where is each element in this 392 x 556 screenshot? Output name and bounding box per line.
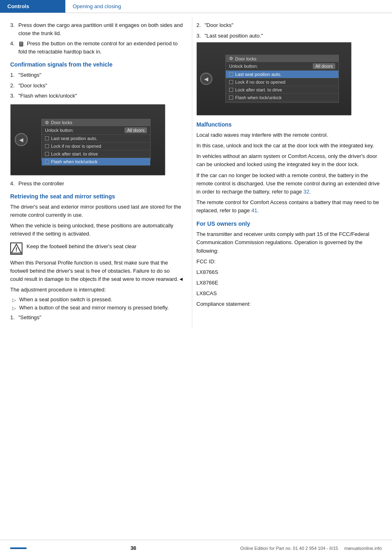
bullet-arrow-2: ▷ [12,305,16,311]
retrieving-para2: When the vehicle is being unlocked, thes… [10,222,184,238]
step-4-top-text: Press the button on the remote control f… [18,40,184,56]
controls-label: Controls [7,3,29,9]
header-controls-tab: Controls [0,0,65,13]
screen2-checkbox-0 [229,72,233,76]
nav-knob-2: ◀ [200,73,212,85]
right-step-3: 3. "Last seat position auto." [196,32,384,40]
step-4-bottom-num: 4. [10,180,18,188]
us-items-list: FCC ID: LX8766S LX8766E LX8CAS Complianc… [196,258,384,309]
warning-para: When this Personal Profile function is u… [10,259,184,283]
page-footer: 36 Online Edition for Part no. 01 40 2 9… [0,540,392,556]
footer-blue-bar [10,547,27,549]
screen2-ui: ⚙ Door locks Unlock button: All doors La… [225,55,339,103]
screen1-row-2: Lock after start. to drive [42,150,150,158]
confirm-step-1-text: "Settings" [18,71,41,79]
screen1-row-1: Lock if no door is opened [42,142,150,150]
retrieving-heading: Retrieving the seat and mirror settings [10,193,184,200]
step-4-bottom-text: Press the controller [18,180,64,188]
us-item-3: LX8CAS [196,289,384,298]
page-ref-32[interactable]: 32 [303,189,309,195]
final-step-1: 1. "Settings" [10,314,184,322]
confirm-step-3: 3. "Flash when lock/unlock" [10,92,184,100]
section-label: Opening and closing [73,3,121,9]
right-step-2-text: "Door locks" [205,21,234,29]
screen1-checkbox-0 [45,136,49,140]
footer-text: Online Edition for Part no. 01 40 2 954 … [240,546,382,551]
confirm-step-2-text: "Door locks" [18,82,47,90]
svg-point-3 [22,44,22,44]
bullet-text-1: When a seat position switch is pressed. [19,296,112,303]
screen1-row-0: Last seat position auto. [42,135,150,142]
car-screen-2: ⚙ Door locks Unlock button: All doors La… [196,42,352,116]
right-step-2-num: 2. [196,21,205,29]
bullet-2: ▷ When a button of the seat and mirror m… [10,305,184,311]
warning-triangle-icon: ! [11,243,22,254]
confirm-step-3-num: 3. [10,92,18,100]
right-step-2: 2. "Door locks" [196,21,384,29]
us-item-1: LX8766S [196,268,384,276]
for-us-heading: For US owners only [196,220,384,227]
screen2-row-0: Last seat position auto. [226,71,339,78]
right-step-3-text: "Last seat position auto." [205,32,263,40]
screen2-gear-sym: ⚙ [229,56,233,61]
bullet-text-2: When a button of the seat and mirror mem… [19,305,169,311]
mal-para4: If the car can no longer be locked with … [196,171,384,196]
screen1-checkbox-3 [45,160,49,164]
step-4-top-num: 4. [10,40,18,56]
main-content: 3. Press down the cargo area partition u… [0,13,392,328]
confirm-step-3-text: "Flash when lock/unlock" [18,92,77,100]
final-step-1-text: "Settings" [18,314,41,322]
svg-text:!: ! [16,246,18,253]
screen2-checkbox-1 [229,80,233,84]
final-step-1-num: 1. [10,314,18,322]
retrieving-para1: The driver's seat and exterior mirror po… [10,203,184,219]
step-4-top: 4. Press the button on the remote contro… [10,40,184,56]
confirm-step-1-num: 1. [10,71,18,79]
warning-text: Keep the footwell behind the driver's se… [27,242,136,251]
step-3: 3. Press down the cargo area partition u… [10,21,184,37]
bullet-1: ▷ When a seat position switch is pressed… [10,296,184,303]
screen1-title: ⚙ Door locks [42,119,150,126]
remote-icon [18,41,24,47]
page-number: 36 [130,545,136,551]
confirmation-heading: Confirmation signals from the vehicle [10,61,184,68]
screen2-checkbox-2 [229,88,233,92]
malfunctions-heading: Malfunctions [196,121,384,128]
left-column: 3. Press down the cargo area partition u… [0,17,192,328]
screen2-title: ⚙ Door locks [226,55,339,62]
svg-rect-1 [20,42,22,43]
us-item-0: FCC ID: [196,258,384,266]
mal-para5: The remote control for Comfort Access co… [196,198,384,215]
header-section-tab: Opening and closing [65,0,129,13]
svg-point-2 [20,44,21,44]
right-column: 2. "Door locks" 3. "Last seat position a… [192,17,392,328]
screen1-checkbox-2 [45,152,49,156]
screen2-checkbox-3 [229,96,233,100]
right-step-3-num: 3. [196,32,205,40]
mal-para1: Local radio waves may interfere with the… [196,131,384,139]
mal-para2: In this case, unlock and lock the car at… [196,142,384,150]
step-4-bottom: 4. Press the controller [10,180,184,188]
us-item-2: LX8766E [196,279,384,287]
screen2-unlock-row: Unlock button: All doors [226,62,339,71]
gear-sym: ⚙ [45,120,49,125]
screen1-ui: ⚙ Door locks Unlock button: All doors La… [41,119,151,161]
page-ref-41[interactable]: 41 [251,207,257,214]
car-screen-1: ⚙ Door locks Unlock button: All doors La… [10,104,165,176]
step-3-num: 3. [10,21,18,37]
adjustment-heading: The adjustment procedure is interrupted: [10,286,184,294]
screen2-row-1: Lock if no door is opened [226,78,339,86]
svg-point-5 [22,45,22,46]
warning-box: ! Keep the footwell behind the driver's … [10,242,184,255]
svg-point-4 [20,45,21,46]
confirm-step-1: 1. "Settings" [10,71,184,79]
confirm-step-2-num: 2. [10,82,18,90]
screen2-row-2: Lock after start. to drive [226,86,339,94]
mal-para3: In vehicles without an alarm system or C… [196,152,384,169]
svg-rect-0 [19,42,23,47]
bullet-arrow-1: ▷ [12,297,16,303]
nav-knob: ◀ [15,133,28,146]
us-para1: The transmitter and receiver units compl… [196,230,384,255]
screen1-unlock-row: Unlock button: All doors [42,126,150,135]
screen2-row-3: Flash when lock/unlock [226,94,339,102]
